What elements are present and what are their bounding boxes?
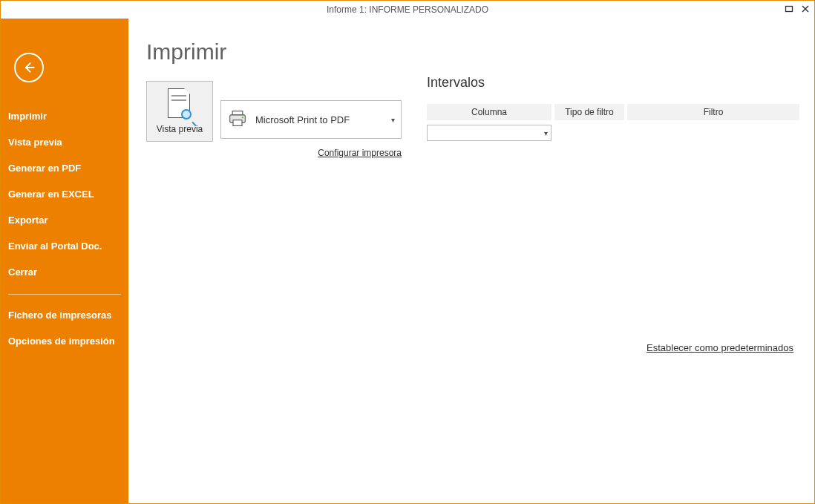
header-columna: Columna xyxy=(427,104,551,120)
columna-combo[interactable]: ▾ xyxy=(427,125,551,141)
chevron-down-icon: ▾ xyxy=(391,116,395,124)
printer-name: Microsoft Print to PDF xyxy=(255,114,384,125)
sidebar-item-opciones-impresion[interactable]: Opciones de impresión xyxy=(1,328,128,354)
preview-printer-row: Vista previa xyxy=(146,81,402,158)
body: Imprimir Vista previa Generar en PDF Gen… xyxy=(1,19,814,503)
sidebar-item-vista-previa[interactable]: Vista previa xyxy=(1,129,128,155)
sidebar-item-enviar-portal[interactable]: Enviar al Portal Doc. xyxy=(1,233,128,259)
header-filtro: Filtro xyxy=(627,104,799,120)
svg-rect-0 xyxy=(786,7,793,12)
window-controls xyxy=(785,1,810,19)
configure-printer-link[interactable]: Configurar impresora xyxy=(318,148,402,158)
intervals-header: Columna Tipo de filtro Filtro xyxy=(427,104,799,120)
svg-point-7 xyxy=(242,117,243,118)
svg-rect-6 xyxy=(233,120,242,125)
arrow-left-icon xyxy=(22,60,36,75)
intervals-title: Intervalos xyxy=(427,75,799,91)
sidebar-item-imprimir[interactable]: Imprimir xyxy=(1,103,128,129)
page-title: Imprimir xyxy=(146,39,799,65)
close-icon[interactable] xyxy=(801,4,810,15)
sidebar-item-cerrar[interactable]: Cerrar xyxy=(1,259,128,285)
sidebar-item-generar-pdf[interactable]: Generar en PDF xyxy=(1,155,128,181)
sidebar-item-fichero-impresoras[interactable]: Fichero de impresoras xyxy=(1,302,128,328)
document-preview-icon xyxy=(166,88,193,121)
maximize-icon[interactable] xyxy=(785,4,793,15)
intervals-section: Intervalos Columna Tipo de filtro Filtro… xyxy=(427,81,799,141)
content-row: Vista previa xyxy=(146,81,799,158)
print-controls: Vista previa xyxy=(146,81,402,158)
sidebar: Imprimir Vista previa Generar en PDF Gen… xyxy=(1,19,128,503)
printer-icon xyxy=(227,110,248,130)
sidebar-menu: Imprimir Vista previa Generar en PDF Gen… xyxy=(1,103,128,354)
set-defaults-link[interactable]: Establecer como predeterminados xyxy=(647,342,793,353)
window: Informe 1: INFORME PERSONALIZADO Imprimi… xyxy=(0,0,815,504)
svg-rect-4 xyxy=(232,111,243,114)
printer-select[interactable]: Microsoft Print to PDF ▾ xyxy=(220,100,402,139)
sidebar-divider xyxy=(8,294,121,295)
chevron-down-icon: ▾ xyxy=(544,129,548,137)
header-tipo-filtro: Tipo de filtro xyxy=(554,104,624,120)
vista-previa-button[interactable]: Vista previa xyxy=(146,81,213,142)
window-title: Informe 1: INFORME PERSONALIZADO xyxy=(327,4,488,15)
intervals-row: ▾ xyxy=(427,125,799,141)
printer-block: Microsoft Print to PDF ▾ Configurar impr… xyxy=(220,81,402,158)
sidebar-item-exportar[interactable]: Exportar xyxy=(1,207,128,233)
back-button[interactable] xyxy=(14,53,44,82)
sidebar-item-generar-excel[interactable]: Generar en EXCEL xyxy=(1,181,128,207)
titlebar: Informe 1: INFORME PERSONALIZADO xyxy=(1,1,814,19)
main: Imprimir Vista previa xyxy=(128,19,814,503)
